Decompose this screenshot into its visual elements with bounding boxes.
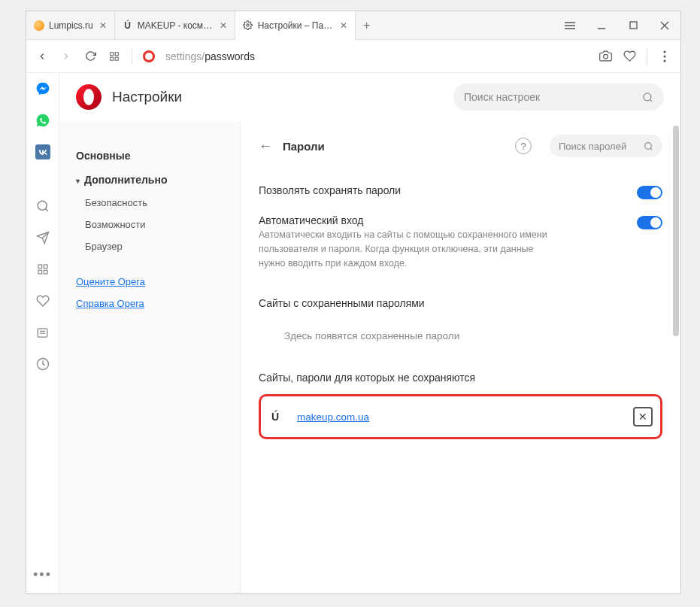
nav-security[interactable]: Безопасность xyxy=(76,192,223,214)
svg-rect-22 xyxy=(44,265,47,269)
opera-logo xyxy=(76,84,102,110)
site-link[interactable]: makeup.com.ua xyxy=(297,411,369,423)
nav-rate[interactable]: Оцените Opera xyxy=(76,271,223,293)
gear-icon xyxy=(243,20,253,31)
svg-rect-10 xyxy=(111,57,114,60)
search-icon xyxy=(642,92,653,103)
nav-advanced[interactable]: ▾Дополнительно xyxy=(76,168,223,192)
grid-icon[interactable] xyxy=(35,261,51,278)
site-favicon: Ú xyxy=(268,411,282,423)
opera-icon xyxy=(143,50,155,62)
svg-rect-11 xyxy=(115,57,118,60)
favicon-u: Ú xyxy=(123,20,133,31)
section-saved-title: Сайты с сохраненными паролями xyxy=(259,297,662,309)
titlebar: Lumpics.ru ✕ Ú MAKEUP - косметика и па ✕… xyxy=(26,11,680,40)
search-settings-input[interactable]: Поиск настроек xyxy=(453,83,664,111)
close-icon[interactable]: ✕ xyxy=(218,20,229,31)
setting-label: Позволять сохранять пароли xyxy=(259,184,637,196)
heart-sidebar-icon[interactable] xyxy=(35,293,51,309)
svg-line-32 xyxy=(650,148,652,150)
tab-settings[interactable]: Настройки – Пароли ✕ xyxy=(235,11,356,40)
svg-point-17 xyxy=(38,201,47,210)
page-title: Настройки xyxy=(112,89,182,105)
tab-title: Настройки – Пароли xyxy=(258,20,334,31)
remove-site-button[interactable]: ✕ xyxy=(633,407,653,426)
svg-point-13 xyxy=(664,50,666,53)
svg-rect-9 xyxy=(115,52,118,55)
close-icon[interactable]: ✕ xyxy=(338,20,349,31)
page-header: Настройки Поиск настроек xyxy=(59,73,680,121)
svg-point-0 xyxy=(247,24,249,26)
svg-rect-25 xyxy=(38,328,47,336)
speed-dial-icon[interactable] xyxy=(108,50,121,63)
heart-icon[interactable] xyxy=(623,50,636,63)
nav-advanced-label: Дополнительно xyxy=(84,174,167,186)
back-arrow-icon[interactable]: ← xyxy=(259,138,272,154)
setting-allow-save: Позволять сохранять пароли xyxy=(259,177,662,207)
url-bar[interactable]: settings/passwords xyxy=(165,50,255,62)
history-icon[interactable] xyxy=(35,356,51,372)
section-never-title: Сайты, пароли для которых не сохраняются xyxy=(259,372,662,384)
svg-rect-21 xyxy=(38,265,42,269)
svg-point-15 xyxy=(664,59,666,62)
search-placeholder: Поиск настроек xyxy=(464,91,540,103)
toggle-allow-save[interactable] xyxy=(637,186,662,199)
kebab-icon[interactable] xyxy=(658,50,671,63)
forward-button[interactable] xyxy=(59,50,73,63)
sub-header: ← Пароли ? Поиск паролей xyxy=(259,135,662,157)
snapshot-icon[interactable] xyxy=(598,50,612,63)
tab-title: MAKEUP - косметика и па xyxy=(138,20,214,31)
svg-rect-8 xyxy=(111,52,114,55)
url-prefix: settings/ xyxy=(165,50,205,62)
body-area: ••• Настройки Поиск настроек Основные ▾Д… xyxy=(26,73,680,593)
menu-icon[interactable] xyxy=(554,11,586,40)
nav-browser[interactable]: Браузер xyxy=(76,235,223,257)
svg-rect-24 xyxy=(44,270,47,274)
news-icon[interactable] xyxy=(35,324,51,341)
setting-desc: Автоматически входить на сайты с помощью… xyxy=(259,228,559,270)
search-sidebar-icon[interactable] xyxy=(35,198,51,214)
more-icon[interactable]: ••• xyxy=(33,567,52,583)
sub-title: Пароли xyxy=(283,140,325,153)
whatsapp-icon[interactable] xyxy=(35,112,51,129)
reload-button[interactable] xyxy=(83,50,97,63)
tab-title: Lumpics.ru xyxy=(49,20,93,31)
setting-auto-login: Автоматический вход Автоматически входит… xyxy=(259,207,662,278)
nav-features[interactable]: Возможности xyxy=(76,214,223,235)
favicon-orange xyxy=(34,20,44,31)
vk-icon[interactable] xyxy=(35,144,51,160)
tab-makeup[interactable]: Ú MAKEUP - косметика и па ✕ xyxy=(115,11,235,40)
browser-window: Lumpics.ru ✕ Ú MAKEUP - косметика и па ✕… xyxy=(26,11,681,594)
content: Настройки Поиск настроек Основные ▾Допол… xyxy=(59,73,680,593)
svg-rect-5 xyxy=(630,22,637,29)
maximize-button[interactable] xyxy=(617,11,649,40)
svg-point-14 xyxy=(664,55,666,57)
nav-main[interactable]: Основные xyxy=(76,144,223,168)
svg-line-18 xyxy=(45,208,47,211)
search-pw-placeholder: Поиск паролей xyxy=(559,141,626,152)
window-controls xyxy=(554,11,680,40)
messenger-icon[interactable] xyxy=(35,80,51,97)
minimize-button[interactable] xyxy=(586,11,617,40)
tab-lumpics[interactable]: Lumpics.ru ✕ xyxy=(26,11,115,40)
send-icon[interactable] xyxy=(35,229,51,246)
toggle-auto-login[interactable] xyxy=(637,216,662,229)
new-tab-button[interactable]: + xyxy=(356,19,378,32)
saved-empty-text: Здесь появятся сохраненные пароли xyxy=(259,320,662,352)
close-icon[interactable]: ✕ xyxy=(98,20,108,31)
search-icon xyxy=(644,141,653,151)
close-button[interactable] xyxy=(649,11,680,40)
svg-line-30 xyxy=(650,99,652,102)
help-icon[interactable]: ? xyxy=(515,138,532,154)
svg-point-12 xyxy=(603,54,608,59)
chevron-down-icon: ▾ xyxy=(76,177,80,185)
scrollbar[interactable] xyxy=(671,121,679,593)
main-pane: ← Пароли ? Поиск паролей Позволять сохра… xyxy=(240,121,680,593)
url-path: passwords xyxy=(205,50,255,62)
back-button[interactable] xyxy=(35,50,49,63)
nav-help[interactable]: Справка Opera xyxy=(76,293,223,314)
toolbar: settings/passwords xyxy=(26,40,680,73)
svg-rect-23 xyxy=(38,270,42,274)
never-site-row: Ú makeup.com.ua ✕ xyxy=(259,394,662,439)
search-passwords-input[interactable]: Поиск паролей xyxy=(550,135,662,157)
